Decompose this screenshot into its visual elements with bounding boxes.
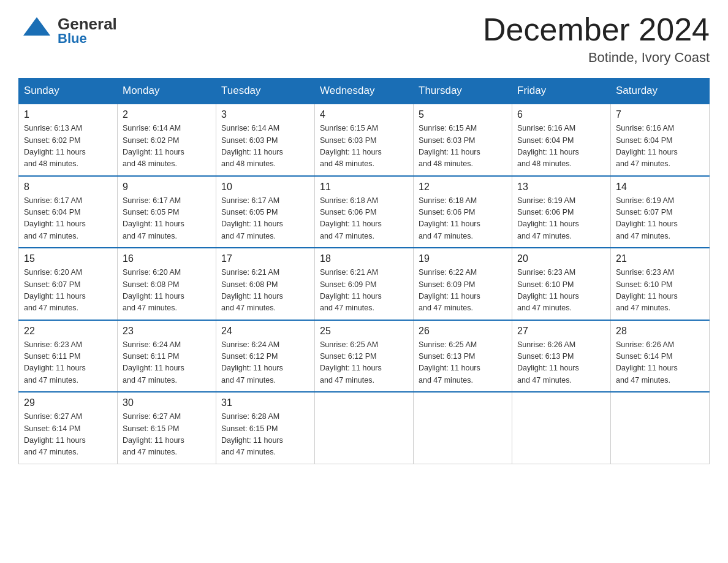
day-number: 25: [320, 326, 408, 337]
day-info: Sunrise: 6:17 AMSunset: 6:04 PMDaylight:…: [24, 195, 112, 243]
calendar-cell: [315, 392, 414, 464]
location-text: Botinde, Ivory Coast: [483, 50, 710, 66]
calendar-cell: 23Sunrise: 6:24 AMSunset: 6:11 PMDayligh…: [118, 320, 216, 393]
day-of-week-sunday: Sunday: [19, 79, 118, 104]
calendar-body: 1Sunrise: 6:13 AMSunset: 6:02 PMDaylight…: [19, 104, 710, 464]
calendar-cell: 31Sunrise: 6:28 AMSunset: 6:15 PMDayligh…: [216, 392, 315, 464]
calendar-cell: 10Sunrise: 6:17 AMSunset: 6:05 PMDayligh…: [216, 176, 315, 248]
day-info: Sunrise: 6:28 AMSunset: 6:15 PMDaylight:…: [221, 411, 309, 459]
month-title: December 2024: [483, 12, 710, 47]
day-number: 28: [616, 326, 704, 337]
day-number: 31: [221, 397, 309, 408]
day-number: 19: [419, 253, 507, 264]
day-info: Sunrise: 6:14 AMSunset: 6:03 PMDaylight:…: [221, 123, 309, 170]
calendar-cell: [512, 392, 611, 464]
calendar-cell: 22Sunrise: 6:23 AMSunset: 6:11 PMDayligh…: [19, 320, 118, 393]
calendar-cell: 24Sunrise: 6:24 AMSunset: 6:12 PMDayligh…: [216, 320, 315, 393]
calendar-cell: 4Sunrise: 6:15 AMSunset: 6:03 PMDaylight…: [315, 104, 414, 176]
calendar-cell: 30Sunrise: 6:27 AMSunset: 6:15 PMDayligh…: [118, 392, 216, 464]
day-number: 14: [616, 182, 704, 193]
day-number: 16: [123, 253, 211, 264]
day-number: 30: [123, 397, 211, 408]
day-info: Sunrise: 6:15 AMSunset: 6:03 PMDaylight:…: [419, 123, 507, 170]
day-info: Sunrise: 6:23 AMSunset: 6:11 PMDaylight:…: [24, 339, 112, 387]
day-info: Sunrise: 6:15 AMSunset: 6:03 PMDaylight:…: [320, 123, 408, 170]
day-info: Sunrise: 6:16 AMSunset: 6:04 PMDaylight:…: [616, 123, 704, 170]
calendar-cell: 5Sunrise: 6:15 AMSunset: 6:03 PMDaylight…: [414, 104, 512, 176]
calendar-week-row: 1Sunrise: 6:13 AMSunset: 6:02 PMDaylight…: [19, 104, 710, 176]
calendar-cell: 28Sunrise: 6:26 AMSunset: 6:14 PMDayligh…: [611, 320, 710, 393]
calendar-week-row: 22Sunrise: 6:23 AMSunset: 6:11 PMDayligh…: [19, 320, 710, 393]
calendar-cell: 2Sunrise: 6:14 AMSunset: 6:02 PMDaylight…: [118, 104, 216, 176]
day-number: 13: [517, 182, 605, 193]
day-number: 7: [616, 109, 704, 120]
page-header: General Blue December 2024 Botinde, Ivor…: [18, 12, 710, 66]
day-number: 5: [419, 109, 507, 120]
calendar-cell: 14Sunrise: 6:19 AMSunset: 6:07 PMDayligh…: [611, 176, 710, 248]
calendar-cell: 27Sunrise: 6:26 AMSunset: 6:13 PMDayligh…: [512, 320, 611, 393]
day-of-week-saturday: Saturday: [611, 79, 710, 104]
day-info: Sunrise: 6:16 AMSunset: 6:04 PMDaylight:…: [517, 123, 605, 170]
day-number: 4: [320, 109, 408, 120]
day-number: 1: [24, 109, 112, 120]
calendar-cell: 3Sunrise: 6:14 AMSunset: 6:03 PMDaylight…: [216, 104, 315, 176]
day-number: 18: [320, 253, 408, 264]
calendar-table: SundayMondayTuesdayWednesdayThursdayFrid…: [18, 78, 710, 464]
day-number: 9: [123, 182, 211, 193]
days-of-week-row: SundayMondayTuesdayWednesdayThursdayFrid…: [19, 79, 710, 104]
logo-icon: [18, 12, 55, 49]
logo-name: General Blue: [58, 16, 117, 45]
calendar-cell: 29Sunrise: 6:27 AMSunset: 6:14 PMDayligh…: [19, 392, 118, 464]
day-info: Sunrise: 6:24 AMSunset: 6:11 PMDaylight:…: [123, 339, 211, 387]
calendar-cell: 16Sunrise: 6:20 AMSunset: 6:08 PMDayligh…: [118, 248, 216, 320]
day-number: 8: [24, 182, 112, 193]
day-number: 17: [221, 253, 309, 264]
day-number: 29: [24, 397, 112, 408]
day-number: 24: [221, 326, 309, 337]
day-info: Sunrise: 6:14 AMSunset: 6:02 PMDaylight:…: [123, 123, 211, 170]
day-info: Sunrise: 6:19 AMSunset: 6:06 PMDaylight:…: [517, 195, 605, 243]
calendar-cell: 17Sunrise: 6:21 AMSunset: 6:08 PMDayligh…: [216, 248, 315, 320]
day-number: 23: [123, 326, 211, 337]
calendar-cell: 21Sunrise: 6:23 AMSunset: 6:10 PMDayligh…: [611, 248, 710, 320]
calendar-cell: 8Sunrise: 6:17 AMSunset: 6:04 PMDaylight…: [19, 176, 118, 248]
day-number: 26: [419, 326, 507, 337]
logo: General Blue: [18, 12, 117, 49]
day-info: Sunrise: 6:17 AMSunset: 6:05 PMDaylight:…: [221, 195, 309, 243]
calendar-cell: 11Sunrise: 6:18 AMSunset: 6:06 PMDayligh…: [315, 176, 414, 248]
logo-general-text: General: [58, 16, 117, 32]
day-number: 12: [419, 182, 507, 193]
calendar-cell: 6Sunrise: 6:16 AMSunset: 6:04 PMDaylight…: [512, 104, 611, 176]
day-of-week-monday: Monday: [118, 79, 216, 104]
calendar-cell: 25Sunrise: 6:25 AMSunset: 6:12 PMDayligh…: [315, 320, 414, 393]
day-of-week-friday: Friday: [512, 79, 611, 104]
day-number: 20: [517, 253, 605, 264]
day-info: Sunrise: 6:21 AMSunset: 6:09 PMDaylight:…: [320, 267, 408, 315]
day-number: 22: [24, 326, 112, 337]
calendar-cell: 7Sunrise: 6:16 AMSunset: 6:04 PMDaylight…: [611, 104, 710, 176]
day-number: 27: [517, 326, 605, 337]
day-info: Sunrise: 6:19 AMSunset: 6:07 PMDaylight:…: [616, 195, 704, 243]
logo-blue-text: Blue: [58, 32, 117, 45]
calendar-week-row: 29Sunrise: 6:27 AMSunset: 6:14 PMDayligh…: [19, 392, 710, 464]
day-number: 10: [221, 182, 309, 193]
day-info: Sunrise: 6:21 AMSunset: 6:08 PMDaylight:…: [221, 267, 309, 315]
calendar-cell: 1Sunrise: 6:13 AMSunset: 6:02 PMDaylight…: [19, 104, 118, 176]
calendar-cell: 18Sunrise: 6:21 AMSunset: 6:09 PMDayligh…: [315, 248, 414, 320]
day-info: Sunrise: 6:24 AMSunset: 6:12 PMDaylight:…: [221, 339, 309, 387]
calendar-cell: 13Sunrise: 6:19 AMSunset: 6:06 PMDayligh…: [512, 176, 611, 248]
day-number: 2: [123, 109, 211, 120]
calendar-week-row: 8Sunrise: 6:17 AMSunset: 6:04 PMDaylight…: [19, 176, 710, 248]
day-number: 11: [320, 182, 408, 193]
day-info: Sunrise: 6:25 AMSunset: 6:13 PMDaylight:…: [419, 339, 507, 387]
day-info: Sunrise: 6:23 AMSunset: 6:10 PMDaylight:…: [616, 267, 704, 315]
calendar-cell: 9Sunrise: 6:17 AMSunset: 6:05 PMDaylight…: [118, 176, 216, 248]
calendar-cell: 26Sunrise: 6:25 AMSunset: 6:13 PMDayligh…: [414, 320, 512, 393]
title-block: December 2024 Botinde, Ivory Coast: [483, 12, 710, 66]
calendar-cell: [414, 392, 512, 464]
day-number: 3: [221, 109, 309, 120]
calendar-week-row: 15Sunrise: 6:20 AMSunset: 6:07 PMDayligh…: [19, 248, 710, 320]
day-info: Sunrise: 6:17 AMSunset: 6:05 PMDaylight:…: [123, 195, 211, 243]
day-number: 15: [24, 253, 112, 264]
day-of-week-thursday: Thursday: [414, 79, 512, 104]
